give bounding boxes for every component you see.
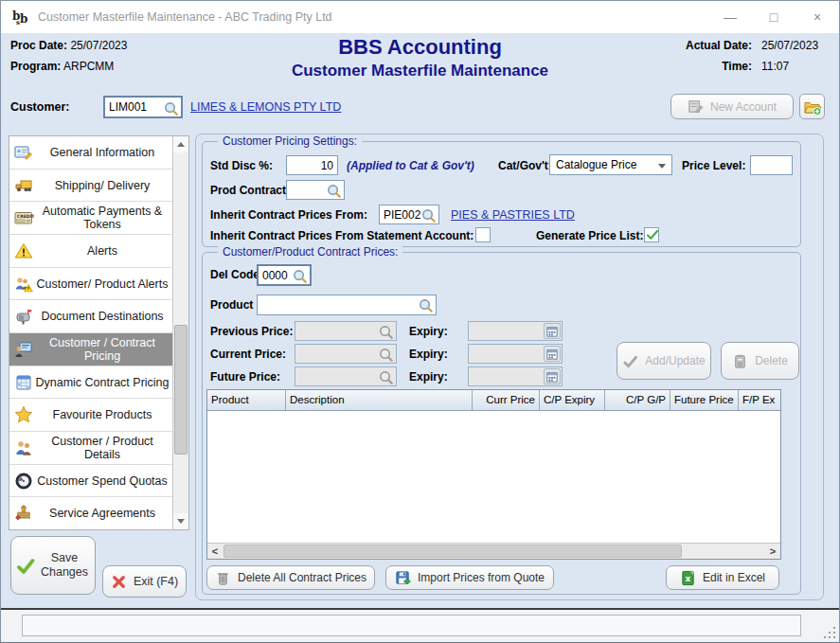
sidebar-item-label: Service Agreements [34,507,170,520]
product-code-input[interactable] [258,295,436,314]
svg-text:x: x [686,574,691,583]
future-price-label: Future Price: [210,370,280,384]
sidebar-item-document-destinations[interactable]: Document Destinations [9,300,172,333]
cat-govt-select[interactable]: Catalogue Price [549,154,672,175]
previous-expiry-label: Expiry: [409,325,448,338]
close-button[interactable]: × [795,1,839,33]
new-account-button[interactable]: New Account [670,94,794,119]
future-expiry-label: Expiry: [409,370,448,384]
search-icon[interactable] [418,297,434,313]
red-x-icon [111,574,127,590]
column-header-description[interactable]: Description [286,390,473,410]
import-prices-from-quote-button[interactable]: Import Prices from Quote [385,565,554,590]
titlebar: bbs Customer Masterfile Maintenance - AB… [1,1,839,33]
price-level-input[interactable] [751,156,792,174]
sidebar-item-automatic-payments-tokens[interactable]: CREDITAutomatic Payments & Tokens [9,202,172,235]
save-changes-button[interactable]: Save Changes [10,536,96,595]
maximize-button[interactable]: □ [752,1,795,33]
star-icon [13,405,34,424]
current-expiry-field [468,344,563,364]
note-edit-icon [688,98,704,115]
table-hscroll-thumb[interactable] [223,545,682,558]
window-title: Customer Masterfile Maintenance - ABC Tr… [38,10,332,24]
check-icon [622,353,638,369]
exit-button[interactable]: Exit (F4) [102,565,187,598]
time-label: Time: [686,60,752,73]
customer-name-link[interactable]: LIMES & LEMONS PTY LTD [190,100,341,114]
delete-all-contract-prices-button[interactable]: Delete All Contract Prices [206,565,375,590]
sidebar-scrollbar[interactable] [172,136,188,529]
contract-prices-group: Customer/Product Contract Prices: Del Co… [202,252,801,595]
sidebar-item-label: Customer Spend Quotas [34,474,170,488]
scroll-left-icon[interactable]: < [207,544,223,559]
contract-prices-legend: Customer/Product Contract Prices: [218,245,402,259]
calendar-icon[interactable] [544,346,561,362]
sidebar-item-customer-product-alerts[interactable]: Customer/ Product Alerts [9,268,172,301]
sidebar-item-shipping-delivery[interactable]: Shipping/ Delivery [9,170,172,203]
open-folder-button[interactable] [799,94,825,119]
sidebar-item-label: Shipping/ Delivery [34,179,170,192]
contract-prices-table: ProductDescriptionCurr PriceC/P ExpiryC/… [206,389,781,560]
calendar-icon[interactable] [544,368,561,384]
sidebar-item-customer-spend-quotas[interactable]: Customer Spend Quotas [9,465,172,498]
edit-in-excel-button[interactable]: x Edit in Excel [666,565,779,590]
pricing-settings-legend: Customer Pricing Settings: [218,134,362,148]
previous-price-label: Previous Price: [210,325,293,338]
std-disc-input[interactable] [287,156,337,174]
search-icon[interactable] [326,183,342,199]
sidebar-item-alerts[interactable]: Alerts [9,235,172,268]
sidebar-item-label: Automatic Payments & Tokens [34,205,170,231]
sidebar-item-label: Document Destinations [34,310,170,323]
search-icon[interactable] [292,268,308,284]
column-header-future-price[interactable]: Future Price [670,390,739,410]
search-icon[interactable] [420,207,437,223]
minimize-button[interactable]: — [708,1,752,33]
add-update-button[interactable]: Add/Update [617,342,711,380]
scroll-down-icon[interactable] [173,513,188,529]
status-text [22,615,801,636]
column-header-product[interactable]: Product [207,390,286,410]
column-header-curr-price[interactable]: Curr Price [473,390,540,410]
customer-code-input[interactable] [107,98,162,116]
del-code-field [257,264,312,286]
sidebar-item-favourite-products[interactable]: Favourite Products [9,399,172,432]
delete-button[interactable]: Delete [721,342,799,380]
calendar-icon[interactable] [544,323,561,339]
resize-grip[interactable] [823,626,835,638]
svg-text:CREDIT: CREDIT [17,214,34,219]
sidebar-item-customer-product-details[interactable]: Customer / Product Details [9,432,172,465]
search-icon[interactable] [163,100,179,116]
previous-expiry-field [468,321,563,341]
del-code-label: Del Code: [210,268,263,281]
people-warning-icon [13,275,34,294]
actual-date-value: 25/07/2023 [761,39,830,52]
column-header-f-p-ex[interactable]: F/P Ex [739,390,781,410]
search-icon [378,324,394,340]
inherit-account-link[interactable]: PIES & PASTRIES LTD [451,208,575,222]
sidebar-scroll-thumb[interactable] [174,325,188,455]
sidebar-item-service-agreements[interactable]: Service Agreements [9,497,172,529]
customer-row: Customer: LIMES & LEMONS PTY LTD New Acc… [1,91,839,133]
inherit-statement-checkbox[interactable] [475,227,491,242]
sidebar-item-customer-contract-pricing[interactable]: Customer / Contract Pricing [9,333,172,366]
generate-price-list-label: Generate Price List: [536,229,643,242]
search-icon [378,369,394,385]
contract-pricing-icon [13,340,34,359]
sidebar-item-general-information[interactable]: General Information [9,136,172,170]
people-icon [13,438,34,457]
excel-icon: x [680,570,696,586]
column-header-c-p-expiry[interactable]: C/P Expiry [540,390,605,410]
app-window: bbs Customer Masterfile Maintenance - AB… [0,0,840,643]
status-bar [1,610,839,642]
sidebar-item-dynamic-contract-pricing[interactable]: Dynamic Contract Pricing [9,366,172,400]
price-level-field [750,155,793,175]
svg-text:b: b [20,12,27,26]
scroll-up-icon[interactable] [173,136,188,152]
applied-note: (Applied to Cat & Gov't) [347,159,474,172]
column-header-c-p-g-p[interactable]: C/P G/P [605,390,670,410]
sidebar-item-label: Favourite Products [34,408,170,421]
green-check-icon [16,556,35,575]
scroll-right-icon[interactable]: > [765,544,780,559]
generate-price-list-checkbox[interactable] [644,227,659,242]
table-hscrollbar[interactable]: < > [207,543,780,559]
